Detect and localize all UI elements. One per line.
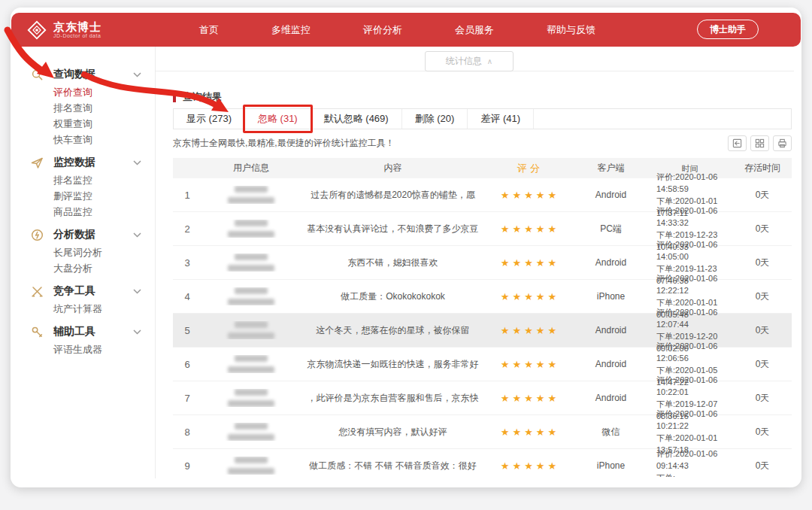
monitor-icon — [31, 156, 44, 169]
nav-item[interactable]: 首页 — [199, 23, 219, 37]
app-window: 京东博士 JD-Doctor of data 首页 多维监控 评价分析 会员服务… — [11, 8, 801, 487]
user-info-redacted — [201, 220, 301, 238]
client-label: Android — [575, 190, 647, 200]
redacted-text — [235, 355, 268, 362]
chevron-down-icon — [133, 289, 141, 294]
redacted-text — [228, 265, 274, 272]
sidebar-item[interactable]: 排名监控 — [11, 172, 155, 188]
sidebar-item[interactable]: 长尾词分析 — [11, 244, 155, 260]
result-tab[interactable]: 删除 (20) — [402, 109, 468, 129]
alive-time: 0天 — [733, 257, 792, 269]
review-content: 做工质感：不错 不错 不错音质音效：很好 — [301, 460, 485, 472]
user-info-redacted — [201, 457, 301, 475]
result-tab[interactable]: 差评 (41) — [468, 109, 534, 129]
review-time: 评价:2020-01-06 12:07:44 — [656, 306, 733, 330]
sidebar-item[interactable]: 权重查询 — [11, 116, 155, 132]
alive-time: 0天 — [733, 358, 792, 371]
nav-item[interactable]: 帮助与反馈 — [547, 23, 595, 37]
assistant-button[interactable]: 博士助手 — [697, 20, 759, 39]
row-index: 9 — [173, 460, 201, 472]
sidebar-group-label: 分析数据 — [53, 228, 133, 241]
stats-toggle[interactable]: 统计信息 ∧ — [425, 51, 514, 71]
sidebar-item[interactable]: 排名查询 — [11, 100, 155, 116]
review-content: 做工质量：Okokokokokok — [301, 290, 485, 303]
sidebar-item[interactable]: 删评监控 — [11, 188, 155, 204]
sidebar-group[interactable]: 分析数据 — [11, 225, 155, 244]
alive-time: 0天 — [733, 189, 792, 202]
redacted-text — [235, 321, 268, 328]
table-toolbar — [728, 135, 792, 151]
alive-time: 0天 — [733, 426, 792, 439]
sidebar-item[interactable]: 坑产计算器 — [11, 301, 155, 317]
alive-time: 0天 — [733, 392, 792, 405]
star-rating: ★★★★★ — [485, 393, 575, 404]
sidebar-group[interactable]: 竞争工具 — [11, 281, 155, 301]
user-info-redacted — [201, 186, 301, 204]
tab-label: 差评 (41) — [480, 113, 520, 124]
review-table: 用户信息内容评分客户端时间存活时间 1 过去所有的遗憾都是2020惊喜的铺垫，愿… — [173, 158, 792, 477]
alive-time: 0天 — [733, 460, 792, 472]
alive-time: 0天 — [733, 324, 792, 337]
export-button[interactable] — [728, 135, 747, 151]
result-tab[interactable]: 显示 (273) — [174, 109, 245, 129]
redacted-text — [235, 457, 268, 463]
row-index: 4 — [173, 291, 201, 302]
meta-row: 京东博士全网最快,最精准,最便捷的评价统计监控工具！ — [173, 133, 792, 153]
columns-button[interactable] — [750, 135, 769, 151]
brand-text: 京东博士 JD-Doctor of data — [53, 21, 102, 38]
header-cell: 评分 — [485, 162, 575, 175]
brand[interactable]: 京东博士 JD-Doctor of data — [26, 20, 102, 41]
table-row[interactable]: 8 您没有填写内容，默认好评 ★★★★★ 微信 评价:2020-01-06 10… — [173, 415, 792, 449]
row-index: 3 — [173, 257, 201, 269]
header-cell: 客户端 — [575, 162, 647, 175]
analysis-icon — [31, 229, 44, 241]
result-tab[interactable]: 默认忽略 (469) — [311, 109, 402, 129]
user-info-redacted — [201, 253, 301, 272]
redacted-text — [228, 366, 274, 373]
star-rating: ★★★★★ — [485, 257, 575, 269]
star-rating: ★★★★★ — [485, 223, 575, 235]
review-time: 评价:2020-01-06 14:58:59 — [656, 171, 733, 195]
nav-item[interactable]: 评价分析 — [363, 23, 402, 37]
sidebar-item[interactable]: 评价查询 — [11, 84, 155, 100]
sidebar-item[interactable]: 商品监控 — [11, 204, 155, 220]
tools-icon — [31, 326, 44, 338]
redacted-text — [228, 434, 274, 441]
review-content: 东西不错，媳妇很喜欢 — [301, 257, 485, 269]
nav-menu: 首页 多维监控 评价分析 会员服务 帮助与反馈 — [199, 23, 595, 37]
compete-icon — [31, 285, 44, 298]
sidebar-item[interactable]: 快车查询 — [11, 132, 155, 147]
sidebar-group[interactable]: 查询数据 — [11, 65, 155, 84]
stats-toggle-label: 统计信息 — [446, 55, 482, 68]
redacted-text — [228, 400, 274, 407]
table-row[interactable]: 9 做工质感：不错 不错 不错音质音效：很好 ★★★★★ iPhone 评价:2… — [173, 449, 792, 477]
review-time: 评价:2020-01-06 10:22:01 — [656, 374, 733, 398]
star-rating: ★★★★★ — [485, 460, 575, 472]
export-icon — [732, 138, 742, 148]
nav-item[interactable]: 多维监控 — [271, 23, 311, 37]
chevron-down-icon — [133, 72, 141, 77]
client-label: Android — [575, 257, 647, 268]
sidebar-group-label: 查询数据 — [53, 68, 133, 81]
user-info-redacted — [201, 287, 301, 305]
star-rating: ★★★★★ — [485, 325, 575, 336]
sidebar-item[interactable]: 大盘分析 — [11, 260, 155, 276]
row-index: 6 — [173, 359, 201, 370]
tab-label: 删除 (20) — [415, 113, 455, 124]
client-label: iPhone — [575, 460, 647, 471]
review-time: 评价:2020-01-06 09:14:43 — [656, 448, 733, 472]
star-rating: ★★★★★ — [485, 427, 575, 438]
result-tab[interactable]: 忽略 (31) — [245, 109, 311, 129]
client-label: 微信 — [575, 426, 647, 439]
sidebar-item[interactable]: 评语生成器 — [11, 342, 155, 357]
nav-item[interactable]: 会员服务 — [455, 23, 494, 37]
sidebar-group-label: 监控数据 — [53, 156, 133, 169]
jd-doctor-logo-icon — [26, 20, 47, 41]
redacted-text — [235, 220, 268, 226]
client-label: iPhone — [575, 291, 647, 302]
tagline: 京东博士全网最快,最精准,最便捷的评价统计监控工具！ — [173, 137, 395, 150]
sidebar-group[interactable]: 辅助工具 — [11, 322, 155, 342]
print-button[interactable] — [773, 135, 792, 151]
sidebar-group[interactable]: 监控数据 — [11, 153, 155, 172]
alive-time: 0天 — [733, 290, 792, 303]
